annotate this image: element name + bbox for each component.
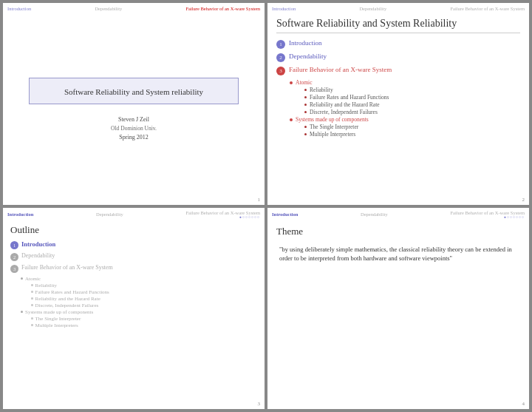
outline-bullet-discrete	[31, 304, 33, 306]
toc-item-3: 3 Failure Behavior of an X-ware System	[276, 66, 520, 75]
toc-item-2: 2 Dependability	[276, 53, 520, 62]
slide-3: Introduction Dependability Failure Behav…	[3, 208, 265, 410]
toc-hazardrate-label: Reliability and the Hazard Rate	[310, 101, 380, 108]
slide-4-body: Theme "by using deliberately simple math…	[267, 221, 529, 410]
toc-reliability: Reliability	[299, 87, 520, 93]
outline-failurerates-label: Failure Rates and Hazard Functions	[35, 289, 109, 295]
toc-item-1: 1 Introduction	[276, 39, 520, 49]
toc-singleinterp-label: The Single Interpreter	[310, 124, 358, 130]
toc-failure-rates: Failure Rates and Hazard Functions	[299, 94, 520, 101]
outline-reliability-label: Reliability	[35, 283, 58, 288]
outline-multipleinterp-label: Multiple Interpreters	[35, 322, 78, 328]
toc-failurerates-label: Failure Rates and Hazard Functions	[310, 94, 389, 101]
outline-bullet-singleinterp	[31, 317, 33, 320]
slide3-title: Outline	[10, 224, 257, 236]
slide3-header-dep: Dependability	[96, 212, 123, 217]
toc-bullet-systems	[290, 118, 293, 121]
toc-systems-label: Systems made up of components	[296, 116, 369, 123]
toc-num-2: 2	[276, 53, 285, 62]
outline-bullet-hazardrate	[31, 297, 33, 300]
outline-label-2: Dependability	[21, 252, 55, 259]
slide-1: Introduction Dependability Failure Behav…	[3, 3, 265, 205]
slide3-header-intro: Introduction	[7, 212, 33, 217]
outline-bullet-atomic	[21, 277, 23, 280]
outline-hazardrate-label: Reliability and the Hazard Rate	[35, 296, 100, 302]
outline-num-3: 3	[10, 265, 18, 273]
outline-bullet-multipleinterp	[31, 324, 33, 326]
slide2-main-title: Software Reliability and System Reliabil…	[276, 18, 520, 33]
toc-hazard-rate: Reliability and the Hazard Rate	[299, 101, 520, 108]
outline-systems-label: Systems made up of components	[25, 309, 93, 315]
slide-2-body: Software Reliability and System Reliabil…	[267, 13, 529, 205]
slide1-header-dep: Dependability	[95, 6, 122, 11]
outline-atomic-sub: Reliability Failure Rates and Hazard Fun…	[27, 283, 257, 308]
toc-label-1: Introduction	[289, 39, 322, 47]
toc-bullet-failurerates	[304, 96, 307, 98]
slide-2-header: Introduction Dependability Failure Behav…	[267, 3, 529, 13]
outline-sub-systems: Systems made up of components	[21, 309, 257, 315]
outline-item-2: 2 Dependability	[10, 252, 257, 261]
slide4-header-failure: Failure Behavior of an X-ware System	[450, 210, 525, 215]
slide4-header-intro: Introduction	[272, 212, 298, 217]
outline-item-3: 3 Failure Behavior of an X-ware System	[10, 264, 257, 273]
slide1-institution: Old Dominion Univ.	[111, 125, 157, 132]
slide1-header-intro: Introduction	[7, 6, 31, 11]
toc-single-interp: The Single Interpreter	[299, 124, 520, 130]
slide3-num: 3	[258, 401, 261, 407]
slide4-num: 4	[522, 401, 525, 407]
outline-reliability: Reliability	[27, 283, 257, 288]
toc-label-2: Dependability	[289, 53, 327, 60]
outline-sub-atomic: Atomic	[21, 276, 257, 282]
toc-multiple-interp: Multiple Interpreters	[299, 131, 520, 138]
slide-4: Introduction Dependability Failure Behav…	[267, 208, 529, 410]
outline-discrete-label: Discrete, Independent Failures	[35, 303, 99, 308]
toc-sub-3: Atomic Reliability Failure Rates and Haz…	[290, 79, 520, 138]
toc-num-3: 3	[276, 67, 285, 75]
outline-single-interp: The Single Interpreter	[27, 316, 257, 322]
outline-label-3: Failure Behavior of an X-ware System	[21, 264, 113, 271]
toc-bullet-atomic	[290, 81, 293, 84]
outline-discrete: Discrete, Independent Failures	[27, 303, 257, 308]
outline-failure-rates: Failure Rates and Hazard Functions	[27, 289, 257, 295]
toc-atomic-sub: Reliability Failure Rates and Hazard Fun…	[299, 87, 520, 115]
slide-3-header: Introduction Dependability Failure Behav…	[3, 208, 265, 221]
slide3-header-dots: ●○○○○○○	[239, 215, 260, 219]
outline-systems-sub: The Single Interpreter Multiple Interpre…	[27, 316, 257, 328]
outline-bullet-failurerates	[31, 291, 33, 293]
slide4-quote: "by using deliberately simple mathematic…	[279, 245, 520, 264]
outline-bullet-systems	[21, 311, 23, 313]
toc-num-1: 1	[276, 40, 285, 49]
toc-atomic-label: Atomic	[296, 79, 313, 86]
slide1-date: Spring 2012	[119, 134, 148, 141]
slide1-title: Software Reliability and System reliabil…	[64, 87, 203, 96]
slide2-header-failure: Failure Behavior of an X-ware System	[450, 6, 525, 11]
slide1-author: Steven J Zeil	[118, 116, 149, 123]
slide-4-header: Introduction Dependability Failure Behav…	[267, 208, 529, 221]
outline-item-1: 1 Introduction	[10, 240, 257, 249]
slide4-header-right: Failure Behavior of an X-ware System ●○○…	[450, 210, 525, 219]
toc-label-3: Failure Behavior of an X-ware System	[289, 66, 392, 73]
slide4-header-dep: Dependability	[361, 212, 388, 217]
toc-systems-sub: The Single Interpreter Multiple Interpre…	[299, 124, 520, 138]
slide4-header-dots: ●○○○○○○	[504, 215, 525, 219]
outline-multiple-interp: Multiple Interpreters	[27, 322, 257, 328]
slide2-header-intro: Introduction	[272, 6, 296, 11]
slide-1-header: Introduction Dependability Failure Behav…	[3, 3, 265, 13]
outline-hazard-rate: Reliability and the Hazard Rate	[27, 296, 257, 302]
slide-3-body: Outline 1 Introduction 2 Dependability 3…	[3, 221, 265, 410]
toc-bullet-hazardrate	[304, 104, 307, 106]
toc-bullet-multipleinterp	[304, 133, 307, 135]
slide3-header-failure: Failure Behavior of an X-ware System	[185, 210, 260, 215]
slide2-header-dep: Dependability	[359, 6, 386, 11]
slide4-title: Theme	[276, 226, 520, 237]
toc-sub-systems: Systems made up of components	[290, 116, 520, 123]
toc-discrete: Discrete, Independent Failures	[299, 109, 520, 115]
outline-sub-3: Atomic Reliability Failure Rates and Haz…	[21, 276, 257, 328]
outline-num-1: 1	[10, 241, 18, 249]
outline-singleinterp-label: The Single Interpreter	[35, 316, 81, 322]
toc-bullet-discrete	[304, 111, 307, 113]
toc-discrete-label: Discrete, Independent Failures	[310, 109, 378, 115]
toc-sub-atomic: Atomic	[290, 79, 520, 86]
outline-label-1: Introduction	[21, 240, 55, 248]
outline-num-2: 2	[10, 253, 18, 261]
